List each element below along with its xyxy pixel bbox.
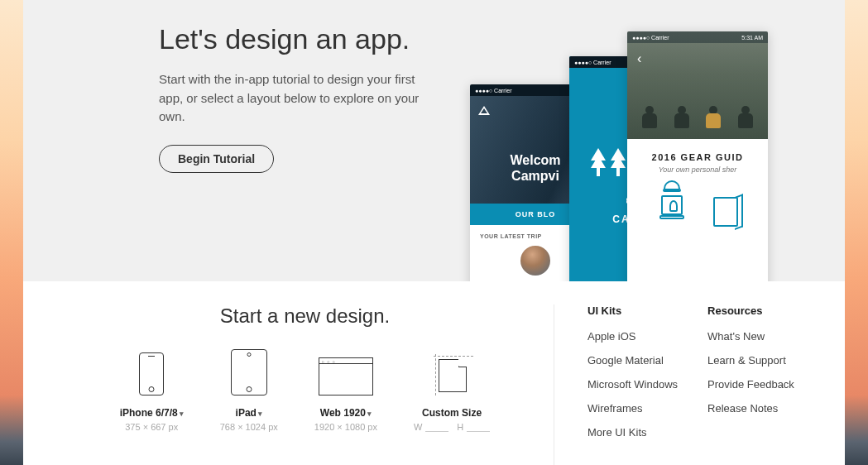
link-provide-feedback[interactable]: Provide Feedback — [707, 378, 794, 391]
welcome-panel: Let's design an app. Start with the in-a… — [23, 0, 845, 281]
link-apple-ios[interactable]: Apple iOS — [587, 330, 678, 343]
avatar-icon — [520, 246, 550, 276]
iphone-icon — [139, 352, 164, 395]
preset-dimensions: 375 × 667 px — [120, 422, 184, 432]
lantern-icon — [658, 192, 686, 228]
back-chevron-icon: ‹ — [637, 51, 641, 66]
preset-label: Custom Size — [422, 407, 482, 419]
person-icon — [673, 106, 691, 129]
height-label: H — [457, 422, 463, 432]
link-whats-new[interactable]: What's New — [707, 330, 794, 343]
links-section: UI Kits Apple iOS Google Material Micros… — [554, 304, 812, 465]
begin-tutorial-button[interactable]: Begin Tutorial — [159, 145, 274, 173]
browser-icon: ○ ○ ○ — [319, 357, 373, 395]
uikits-heading: UI Kits — [587, 304, 678, 317]
preset-label: iPhone 6/7/8 — [120, 407, 178, 419]
preset-dimensions: 768 × 1024 px — [220, 422, 278, 432]
preset-iphone[interactable]: iPhone 6/7/8▾ 375 × 667 px — [120, 349, 184, 432]
preset-label: Web 1920 — [320, 407, 366, 419]
link-learn-support[interactable]: Learn & Support — [707, 354, 794, 367]
link-microsoft-windows[interactable]: Microsoft Windows — [587, 378, 678, 391]
mockup-gear-sub: Your own personal sher — [635, 165, 760, 174]
chevron-down-icon: ▾ — [180, 410, 184, 418]
mockup-phone-3: ●●●●○ Carrier 5:31 AM ‹ 2016 GEAR GUID Y… — [627, 31, 768, 281]
person-icon — [704, 106, 722, 129]
status-carrier: ●●●●○ Carrier — [574, 60, 611, 65]
link-release-notes[interactable]: Release Notes — [707, 402, 794, 415]
chevron-down-icon: ▾ — [367, 410, 372, 418]
triangle-logo-icon — [478, 106, 490, 115]
preset-dimensions: 1920 × 1080 px — [314, 422, 377, 432]
status-time: 5:31 AM — [741, 35, 763, 41]
person-icon — [640, 106, 659, 129]
box-icon — [713, 197, 738, 227]
mockup-preview: ●●●●○ Carrier 9:41 AM Welcom Campvi OUR … — [470, 31, 801, 281]
link-more-uikits[interactable]: More UI Kits — [587, 426, 678, 439]
status-carrier: ●●●●○ Carrier — [632, 35, 669, 41]
start-title: Start a new design. — [56, 304, 554, 328]
person-icon — [736, 106, 755, 129]
tree-icon — [591, 148, 606, 161]
custom-page-icon — [434, 354, 470, 395]
preset-label: iPad — [236, 407, 257, 419]
chevron-down-icon: ▾ — [258, 410, 262, 418]
resources-heading: Resources — [707, 304, 794, 317]
custom-height-input[interactable] — [467, 423, 490, 432]
preset-ipad[interactable]: iPad▾ 768 × 1024 px — [220, 349, 278, 432]
link-google-material[interactable]: Google Material — [587, 354, 678, 367]
link-wireframes[interactable]: Wireframes — [587, 402, 678, 415]
ipad-icon — [231, 349, 267, 395]
page-description: Start with the in-app tutorial to design… — [159, 70, 432, 127]
preset-custom[interactable]: Custom Size W H — [414, 349, 490, 432]
status-carrier: ●●●●○ Carrier — [475, 88, 511, 93]
custom-width-input[interactable] — [425, 423, 448, 432]
tree-icon — [611, 148, 626, 161]
preset-web[interactable]: ○ ○ ○ Web 1920▾ 1920 × 1080 px — [314, 349, 377, 432]
mockup-gear-title: 2016 GEAR GUID — [635, 152, 760, 162]
start-panel: Start a new design. iPhone 6/7/8▾ 375 × … — [23, 281, 845, 465]
width-label: W — [414, 422, 422, 432]
